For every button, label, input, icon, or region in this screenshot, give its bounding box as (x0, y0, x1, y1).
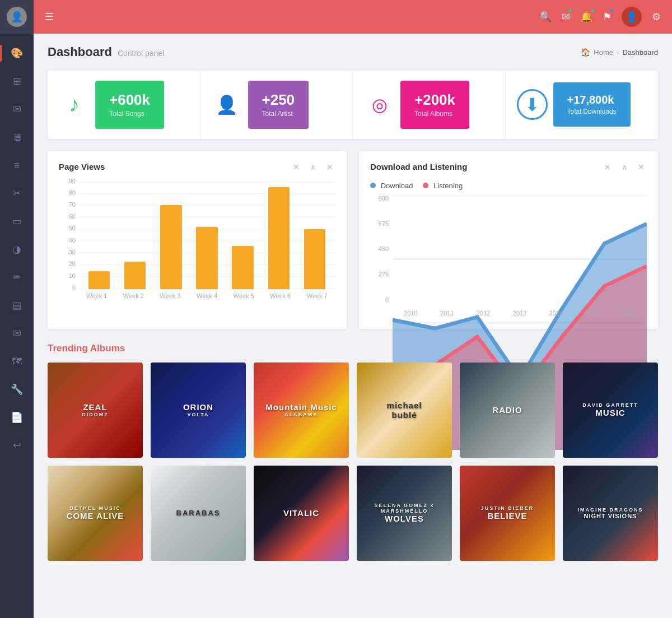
legend-dot-listening (423, 183, 428, 188)
album-vitalic[interactable]: VITALIC (254, 466, 349, 561)
chart-ctrl-close[interactable]: ✕ (324, 161, 335, 173)
albums-row-2: BETHEL MUSICCOME ALIVE BARABAS VITALIC S… (48, 466, 658, 561)
topbar-left: ☰ (45, 11, 54, 23)
charts-row: Page Views ✕ ∧ ✕ 90 80 70 60 50 40 (48, 151, 658, 329)
page-title: Dashboard (48, 45, 112, 59)
breadcrumb-home[interactable]: Home (594, 48, 613, 57)
sidebar-item-tools[interactable]: 🔧 (0, 375, 34, 403)
sidebar-item-widget[interactable]: ▭ (0, 207, 34, 235)
album-zeal[interactable]: ZEALDIDOMZ (48, 363, 143, 458)
bar-label: Week 1 (78, 289, 115, 305)
stat-value-albums: +200k (414, 92, 455, 108)
stat-box-songs: +600k Total Songs (95, 81, 164, 129)
bell-badge (590, 8, 595, 13)
bar-label: Week 3 (152, 289, 189, 305)
sidebar-nav: 🎨 ⊞ ✉ 🖥 ≡ ✂ ▭ ◑ ✏ ▤ ✉ 🗺 🔧 📄 ↩ (0, 34, 34, 618)
area-chart-area: 900 675 450 225 0 2010 2011 2012 2013 20… (370, 196, 647, 319)
album-david-garrett[interactable]: DAVID GARRETTMUSIC (563, 363, 658, 458)
album-imagine-dragons[interactable]: IMAGINE DRAGONSNIGHT VISIONS (563, 466, 658, 561)
bar[interactable] (232, 246, 253, 289)
user-profile-icon[interactable]: 👤 (622, 7, 642, 27)
chart-controls-pageviews: ✕ ∧ ✕ (291, 161, 335, 173)
chart-ctrl-minimize[interactable]: ✕ (291, 161, 302, 173)
bar[interactable] (196, 227, 217, 289)
bar-labels: Week 1Week 2Week 3Week 4Week 5Week 6Week… (78, 289, 335, 305)
album-come-alive[interactable]: BETHEL MUSICCOME ALIVE (48, 466, 143, 561)
sidebar-item-inbox[interactable]: ✉ (0, 319, 34, 347)
chart-header-pageviews: Page Views ✕ ∧ ✕ (59, 161, 335, 173)
bar-label: Week 5 (225, 289, 262, 305)
chart-ctrl-dl-collapse[interactable]: ∧ (619, 161, 630, 173)
sidebar-item-table[interactable]: ▤ (0, 291, 34, 319)
album-michael-buble[interactable]: michaelbublé (357, 363, 452, 458)
sidebar-item-pencil[interactable]: ✏ (0, 263, 34, 291)
bell-icon[interactable]: 🔔 (580, 11, 592, 23)
stat-label-songs: Total Songs (109, 110, 150, 118)
person-icon: 👤 (212, 89, 242, 120)
sidebar: 👤 🎨 ⊞ ✉ 🖥 ≡ ✂ ▭ ◑ ✏ ▤ ✉ 🗺 🔧 📄 ↩ (0, 0, 34, 618)
bar-group (189, 182, 225, 289)
chart-ctrl-dl-minimize[interactable]: ✕ (602, 161, 613, 173)
avatar: 👤 (7, 7, 27, 27)
page-title-area: Dashboard Control panel (48, 45, 164, 59)
bars-container (78, 182, 335, 289)
sidebar-item-map[interactable]: 🗺 (0, 347, 34, 375)
flag-badge (609, 8, 614, 13)
sidebar-item-mail[interactable]: ✉ (0, 95, 34, 123)
settings-icon[interactable]: ⚙ (652, 11, 661, 23)
stat-box-downloads: +17,800k Total Downloads (553, 82, 631, 127)
menu-icon[interactable]: ☰ (45, 11, 54, 23)
album-barabas[interactable]: BARABAS (151, 466, 246, 561)
bar-label: Week 6 (262, 289, 299, 305)
stats-row: ♪ +600k Total Songs 👤 +250 Total Artist … (48, 71, 658, 139)
chart-header-dl: Download and Listening ✕ ∧ ✕ (370, 161, 647, 173)
bar-label: Week 4 (189, 289, 226, 305)
album-radio[interactable]: RADIO (460, 363, 555, 458)
breadcrumb-row: Dashboard Control panel 🏠 Home › Dashboa… (48, 45, 658, 59)
bar[interactable] (160, 205, 181, 289)
download-listening-card: Download and Listening ✕ ∧ ✕ Download Li… (359, 151, 658, 329)
home-icon: 🏠 (581, 48, 590, 57)
bar[interactable] (268, 187, 290, 289)
bar-group (225, 182, 261, 289)
sidebar-item-edit[interactable]: ✂ (0, 179, 34, 207)
sidebar-item-grid[interactable]: ⊞ (0, 67, 34, 95)
album-wolves[interactable]: SELENA GOMEZ x MARSHMELLOWOLVES (357, 466, 452, 561)
chart-ctrl-collapse[interactable]: ∧ (307, 161, 319, 173)
chart-ctrl-dl-close[interactable]: ✕ (636, 161, 647, 173)
sidebar-item-list[interactable]: ≡ (0, 151, 34, 179)
chart-legend: Download Listening (370, 182, 647, 190)
bar-label: Week 2 (115, 289, 152, 305)
breadcrumb-current: Dashboard (622, 48, 658, 57)
chart-title-pageviews: Page Views (59, 162, 105, 171)
album-mountain-music[interactable]: Mountain MusicALABAMA (254, 363, 349, 458)
stat-box-artist: +250 Total Artist (248, 81, 309, 129)
bar-group (81, 182, 117, 289)
search-icon[interactable]: 🔍 (539, 11, 552, 23)
legend-listening: Listening (423, 182, 463, 190)
sidebar-item-chart[interactable]: ◑ (0, 235, 34, 263)
chart-controls-dl: ✕ ∧ ✕ (602, 161, 647, 173)
bar-chart-area: 90 80 70 60 50 40 30 20 10 0 Week 1Week … (59, 182, 335, 305)
album-icon: ◎ (364, 89, 395, 120)
mail-icon[interactable]: ✉ (562, 11, 570, 23)
stat-card-artist: 👤 +250 Total Artist (200, 71, 353, 139)
sidebar-item-design[interactable]: 🎨 (0, 39, 34, 67)
albums-row-1: ZEALDIDOMZ ORIONVOLTA Mountain MusicALAB… (48, 363, 658, 458)
bar[interactable] (88, 271, 110, 289)
stat-box-albums: +200k Total Albums (400, 81, 469, 129)
bar-group (117, 182, 153, 289)
sidebar-item-back[interactable]: ↩ (0, 431, 34, 459)
flag-icon[interactable]: ⚑ (603, 11, 612, 23)
bar[interactable] (124, 262, 146, 289)
main-wrapper: ☰ 🔍 ✉ 🔔 ⚑ 👤 ⚙ Dashb (34, 0, 672, 618)
bar[interactable] (304, 229, 325, 289)
album-orion[interactable]: ORIONVOLTA (151, 363, 246, 458)
legend-dot-download (370, 183, 376, 188)
trending-albums-section: Trending Albums ZEALDIDOMZ ORIONVOLTA Mo… (48, 343, 658, 561)
sidebar-item-file[interactable]: 📄 (0, 403, 34, 431)
stat-card-downloads: ⬇ +17,800k Total Downloads (506, 71, 659, 139)
album-believe[interactable]: JUSTIN BIEBERBELIEVE (460, 466, 555, 561)
user-avatar[interactable]: 👤 (0, 0, 34, 34)
sidebar-item-computer[interactable]: 🖥 (0, 123, 34, 151)
